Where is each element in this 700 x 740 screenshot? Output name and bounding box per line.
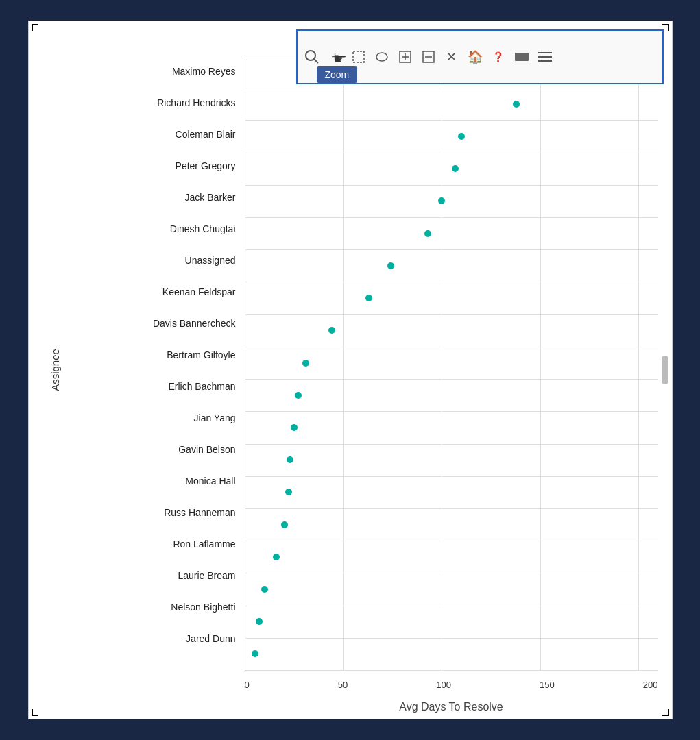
data-dot[interactable] — [261, 586, 268, 593]
grid-line-horizontal — [245, 314, 658, 315]
row-label: Unassigned — [49, 245, 241, 276]
x-tick-label: 0 — [245, 680, 250, 690]
home-tool-icon[interactable]: 🏠 — [466, 48, 484, 66]
corner-decoration-br — [662, 709, 669, 716]
rectangle-tool-icon[interactable] — [513, 48, 531, 66]
plot-area — [245, 56, 658, 671]
data-dot[interactable] — [458, 133, 465, 140]
row-label: Peter Gregory — [49, 150, 241, 182]
lasso-tool-icon[interactable] — [373, 48, 391, 66]
data-dot[interactable] — [302, 360, 309, 367]
data-dot[interactable] — [252, 650, 258, 657]
grid-line-vertical — [638, 56, 639, 670]
row-label: Jared Dunn — [49, 623, 241, 654]
row-label: Dinesh Chugtai — [49, 213, 241, 245]
corner-decoration-tl — [32, 24, 38, 31]
row-label: Jack Barker — [49, 182, 241, 213]
select-tool-icon[interactable] — [350, 48, 367, 66]
row-label: Bertram Gilfoyle — [49, 339, 241, 371]
data-dot[interactable] — [328, 327, 335, 334]
svg-point-0 — [306, 51, 315, 60]
add-tool-icon[interactable]: + — [326, 48, 344, 66]
x-axis-ticks: 050100150200 — [245, 680, 658, 690]
row-label: Russ Hanneman — [49, 497, 241, 528]
x-axis-title: Avg Days To Resolve — [245, 701, 658, 713]
data-dot[interactable] — [452, 165, 459, 172]
data-dot[interactable] — [295, 392, 302, 399]
data-dot[interactable] — [287, 456, 293, 463]
row-label: Erlich Bachman — [49, 371, 241, 402]
grid-line-horizontal — [245, 606, 658, 606]
data-dot[interactable] — [513, 101, 520, 108]
zoom-tool-icon[interactable] — [303, 48, 321, 66]
data-dot[interactable] — [256, 618, 263, 625]
grid-line-horizontal — [245, 282, 658, 282]
grid-line-horizontal — [245, 120, 658, 121]
row-labels: Maximo ReyesRichard HendricksColeman Bla… — [49, 56, 241, 654]
chart-toolbar: + ✕ 🏠 ❓ ☛ Zoom — [296, 29, 664, 84]
grid-line-vertical — [442, 56, 442, 670]
grid-line-vertical — [343, 56, 344, 670]
row-label: Richard Hendricks — [49, 87, 241, 119]
corner-decoration-bl — [32, 709, 38, 716]
menu-tool-icon[interactable] — [536, 48, 554, 66]
data-dot[interactable] — [281, 521, 288, 528]
grid-line-horizontal — [245, 379, 658, 380]
grid-line-horizontal — [245, 670, 658, 671]
grid-line-horizontal — [245, 249, 658, 250]
grid-line-horizontal — [245, 88, 658, 88]
grid-line-horizontal — [245, 638, 658, 639]
row-label: Ron Laflamme — [49, 528, 241, 560]
x-tick-label: 50 — [338, 680, 348, 690]
x-tick-label: 100 — [436, 680, 451, 690]
chart-container: + ✕ 🏠 ❓ ☛ Zoom Assignee Maximo ReyesRich… — [28, 21, 673, 719]
grid-line-horizontal — [245, 508, 658, 509]
row-label: Jian Yang — [49, 402, 241, 434]
grid-line-horizontal — [245, 541, 658, 541]
data-dot[interactable] — [291, 424, 298, 431]
scroll-handle[interactable] — [662, 356, 668, 384]
svg-line-1 — [314, 59, 318, 63]
cross-tool-icon[interactable]: ✕ — [443, 48, 461, 66]
x-tick-label: 200 — [643, 680, 658, 690]
plus-tool-icon[interactable] — [396, 48, 414, 66]
grid-line-horizontal — [245, 476, 658, 477]
data-dot[interactable] — [387, 262, 394, 269]
row-label: Monica Hall — [49, 465, 241, 497]
data-dot[interactable] — [365, 295, 372, 301]
grid-line-horizontal — [245, 185, 658, 186]
data-dot[interactable] — [424, 230, 431, 237]
row-label: Nelson Bighetti — [49, 591, 241, 623]
data-dot[interactable] — [285, 489, 292, 495]
row-label: Davis Bannercheck — [49, 308, 241, 339]
row-label: Maximo Reyes — [49, 56, 241, 87]
svg-rect-9 — [515, 53, 529, 61]
zoom-tooltip: Zoom — [317, 66, 358, 83]
grid-line-horizontal — [245, 444, 658, 445]
grid-line-horizontal — [245, 411, 658, 412]
x-tick-label: 150 — [540, 680, 555, 690]
grid-line-horizontal — [245, 153, 658, 153]
svg-rect-2 — [353, 51, 364, 62]
data-dot[interactable] — [438, 197, 445, 204]
grid-line-horizontal — [245, 217, 658, 218]
row-label: Laurie Bream — [49, 560, 241, 591]
row-label: Keenan Feldspar — [49, 276, 241, 308]
grid-line-vertical — [540, 56, 541, 670]
minus-tool-icon[interactable] — [420, 48, 437, 66]
help-tool-icon[interactable]: ❓ — [490, 48, 507, 66]
row-label: Gavin Belson — [49, 434, 241, 465]
svg-point-3 — [376, 53, 387, 61]
grid-line-horizontal — [245, 573, 658, 574]
row-label: Coleman Blair — [49, 119, 241, 150]
data-dot[interactable] — [273, 554, 280, 560]
grid-line-horizontal — [245, 347, 658, 347]
